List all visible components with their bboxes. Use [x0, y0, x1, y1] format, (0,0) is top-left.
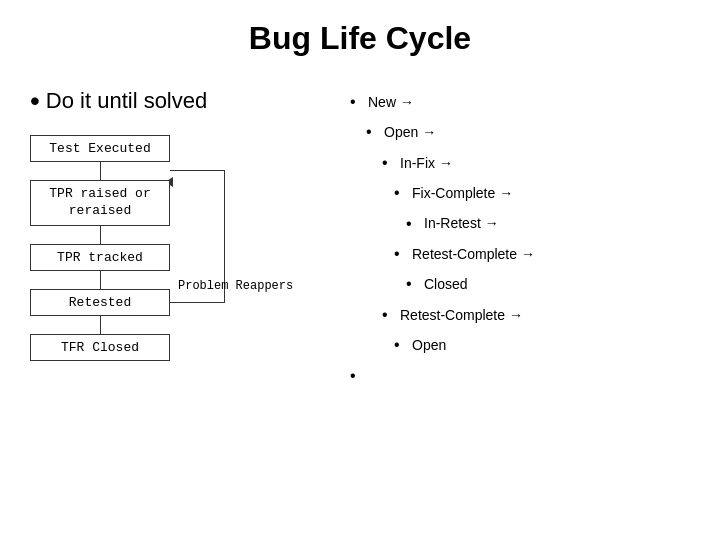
page-title: Bug Life Cycle [30, 20, 690, 57]
bullet-open: Open → [350, 117, 690, 147]
bullet-in-retest-text: In-Retest → [424, 210, 499, 237]
left-panel: • Do it until solved Test Executed TPR r… [30, 87, 330, 520]
flow-box-tfr-closed: TFR Closed [30, 334, 170, 361]
do-it-heading: • Do it until solved [30, 87, 330, 115]
bullet-closed-text: Closed [424, 271, 468, 298]
bullet-empty-text [368, 362, 372, 389]
connector-3 [100, 271, 101, 289]
bullet-in-fix: In-Fix → [350, 148, 690, 178]
bullet-open-2: Open [350, 330, 690, 360]
flow-box-test-executed: Test Executed [30, 135, 170, 162]
bullet-fix-complete: Fix-Complete → [350, 178, 690, 208]
connector-1 [100, 162, 101, 180]
bullet-open-text: Open → [384, 119, 436, 146]
flow-box-retested: Retested [30, 289, 170, 316]
bullet-retest-complete-1-text: Retest-Complete → [412, 241, 535, 268]
heading-text: Do it until solved [46, 88, 207, 114]
right-panel: New → Open → In-Fix → Fix-Complete → In-… [350, 87, 690, 520]
bullet-open-2-text: Open [412, 332, 446, 359]
bullet-closed: Closed [350, 269, 690, 299]
bullet-empty [350, 361, 690, 391]
bullet-retest-complete-1: Retest-Complete → [350, 239, 690, 269]
flow-box-tpr-raised: TPR raised orreraised [30, 180, 170, 226]
bullet-new-text: New → [368, 89, 414, 116]
flowchart: Test Executed TPR raised orreraised TPR … [30, 135, 330, 361]
flow-box-tpr-tracked: TPR tracked [30, 244, 170, 271]
bullet-in-fix-text: In-Fix → [400, 150, 453, 177]
bullet-retest-complete-2-text: Retest-Complete → [400, 302, 523, 329]
bullet-new: New → [350, 87, 690, 117]
bullet-dot: • [30, 87, 40, 115]
bullet-retest-complete-2: Retest-Complete → [350, 300, 690, 330]
lifecycle-bullet-list: New → Open → In-Fix → Fix-Complete → In-… [350, 87, 690, 391]
problem-reappers-label: Problem Reappers [178, 279, 293, 293]
bullet-in-retest: In-Retest → [350, 209, 690, 239]
connector-4 [100, 316, 101, 334]
connector-2 [100, 226, 101, 244]
bullet-fix-complete-text: Fix-Complete → [412, 180, 513, 207]
